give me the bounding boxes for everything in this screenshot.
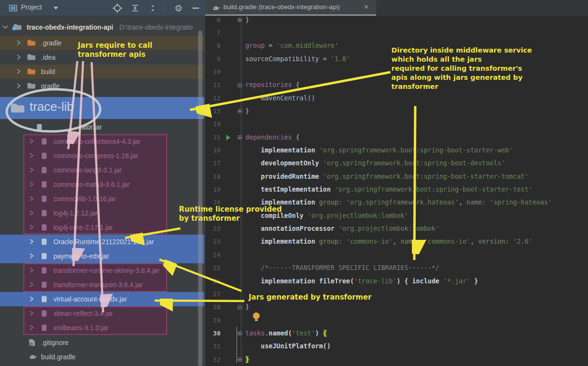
locate-icon[interactable]	[112, 3, 123, 13]
code-token: .	[265, 329, 269, 337]
code-line[interactable]: implementation group: 'org.springframewo…	[245, 196, 552, 209]
code-line[interactable]: compileOnly 'org.projectlombok:lombok'	[245, 209, 408, 222]
code-token: 'spring-hateoas'	[490, 198, 552, 206]
sidebar-item-project-root[interactable]: trace-obedx-integration-api D:\trace-obe…	[0, 20, 204, 34]
line-number: 11	[205, 78, 220, 91]
code-line[interactable]: /*------TRANSFORMER SPECIFIC LIBRARIES--…	[245, 261, 439, 274]
code-token: 'org.projectlombok:lombok'	[307, 212, 408, 219]
line-number: 28	[205, 301, 220, 313]
chevron-right-icon[interactable]	[16, 39, 21, 47]
run-gutter-icon[interactable]	[226, 135, 231, 140]
code-token: {	[323, 329, 327, 337]
code-token: 'commons-io'	[424, 237, 471, 245]
jar-group-highlight	[23, 306, 167, 335]
hide-panel-icon[interactable]	[190, 3, 201, 13]
fold-collapse-icon[interactable]	[238, 83, 242, 87]
line-number: 16	[205, 144, 220, 157]
expand-all-icon[interactable]	[130, 3, 140, 13]
code-line[interactable]: repositories {	[245, 78, 300, 91]
code-token: testImplementation	[245, 185, 335, 193]
project-tree-scrollbar[interactable]	[198, 31, 202, 366]
code-token: {	[292, 133, 300, 141]
close-icon[interactable]: ✕	[364, 3, 369, 11]
code-line[interactable]: dependencies {	[245, 131, 300, 144]
chevron-down-icon[interactable]	[51, 3, 61, 13]
code-token: dependencies	[245, 133, 292, 141]
code-line[interactable]: tasks.named('test') {	[245, 327, 327, 340]
fold-end-icon[interactable]	[238, 109, 242, 113]
code-line[interactable]: implementation 'org.springframework.boot…	[245, 144, 513, 157]
intention-bulb-icon[interactable]	[253, 312, 260, 319]
gitignore-icon	[29, 339, 35, 348]
sidebar-item-build[interactable]: build	[0, 65, 204, 79]
sidebar-item-jar[interactable]: Oracle.Runtime.21122021.1.lic.jar	[0, 235, 204, 249]
sidebar-item-jar[interactable]: payment-to-edx.jar	[0, 249, 204, 263]
code-line[interactable]: implementation fileTree('trace-lib') { i…	[245, 275, 478, 288]
jar-name: rator.jar	[79, 120, 102, 134]
code-line[interactable]: }	[245, 353, 249, 366]
settings-gear-icon[interactable]: ⚙	[173, 3, 184, 13]
code-token: sourceCompatibility =	[245, 55, 331, 63]
tab-build-gradle[interactable]: build.gradle (trace-obedx-integration-ap…	[205, 0, 376, 16]
code-line[interactable]: useJUnitPlatform()	[245, 340, 331, 353]
fold-end-icon[interactable]	[238, 305, 242, 310]
code-token: repositories	[245, 81, 292, 88]
code-line[interactable]: mavenCentral()	[245, 92, 315, 105]
sidebar-item-trace-lib[interactable]: trace-lib	[0, 97, 204, 119]
fold-collapse-icon[interactable]	[238, 135, 242, 140]
code-token: useJUnitPlatform()	[245, 342, 331, 350]
chevron-right-icon[interactable]	[29, 238, 34, 246]
line-number: 21	[205, 209, 220, 222]
line-number: 30	[205, 327, 220, 340]
code-line[interactable]: providedRuntime 'org.springframework.boo…	[245, 170, 528, 183]
code-line[interactable]: developmentOnly 'org.springframework.boo…	[245, 157, 505, 170]
code-line[interactable]: sourceCompatibility = '1.8'	[245, 53, 350, 65]
panel-title[interactable]: Project	[21, 3, 42, 11]
file-name: build.gradle	[41, 350, 75, 364]
trace-lib-label: trace-lib	[30, 99, 74, 114]
code-token: developmentOnly	[245, 159, 323, 167]
sidebar-item-gitignore[interactable]: .gitignore	[0, 335, 204, 350]
line-number: 24	[205, 248, 220, 261]
sidebar-item-build-gradle[interactable]: build.gradle	[0, 350, 204, 364]
code-line[interactable]: group = 'com.middleware'	[245, 39, 338, 52]
toolbar-divider	[164, 3, 165, 12]
gradle-icon	[212, 4, 220, 13]
jar-name: payment-to-edx.jar	[53, 249, 109, 263]
project-root-icon	[13, 23, 21, 32]
sidebar-item-gradle[interactable]: gradle	[0, 79, 204, 93]
fold-end-icon[interactable]	[238, 357, 242, 362]
fold-end-icon[interactable]	[238, 18, 242, 22]
code-token: named(	[269, 329, 292, 337]
chevron-right-icon[interactable]	[16, 68, 21, 76]
folder-name: gradle	[41, 79, 60, 93]
fold-collapse-icon[interactable]	[238, 331, 242, 335]
sidebar-item-gradle[interactable]: .gradle	[0, 36, 204, 50]
code-line[interactable]: implementation group: 'commons-io', name…	[245, 235, 533, 248]
chevron-down-icon[interactable]	[2, 23, 9, 31]
line-number: 26	[205, 275, 220, 288]
code-token: 'commons-io'	[346, 237, 393, 245]
code-line[interactable]: }	[245, 105, 249, 118]
code-line[interactable]: testImplementation 'org.springframework.…	[245, 183, 532, 196]
jar-icon	[41, 238, 47, 247]
file-name: .gitignore	[41, 335, 69, 350]
project-root-name: trace-obedx-integration-api	[27, 20, 113, 34]
chevron-right-icon[interactable]	[16, 82, 21, 90]
sidebar-item-jar[interactable]: virtual-account-to-edx.jar	[0, 292, 204, 306]
code-line[interactable]: annotationProcessor 'org.projectlombok:l…	[245, 222, 439, 235]
code-token: /*------TRANSFORMER SPECIFIC LIBRARIES--…	[245, 264, 439, 271]
code-token: }	[245, 16, 249, 23]
line-number: 25	[205, 261, 220, 274]
chevron-right-icon[interactable]	[16, 54, 21, 62]
project-root-path: D:\trace-obedx-integratio	[119, 20, 193, 34]
jar-icon	[41, 252, 47, 261]
code-line[interactable]: }	[245, 301, 249, 313]
code-token: }	[245, 303, 249, 311]
chevron-right-icon[interactable]	[29, 295, 34, 303]
code-token: 'org.projectlombok:lombok'	[338, 225, 439, 232]
sidebar-item-partial-jar[interactable]: rator.jar	[0, 120, 204, 134]
chevron-right-icon[interactable]	[29, 252, 34, 260]
collapse-all-icon[interactable]	[147, 3, 158, 13]
sidebar-item-idea[interactable]: .idea	[0, 50, 204, 65]
